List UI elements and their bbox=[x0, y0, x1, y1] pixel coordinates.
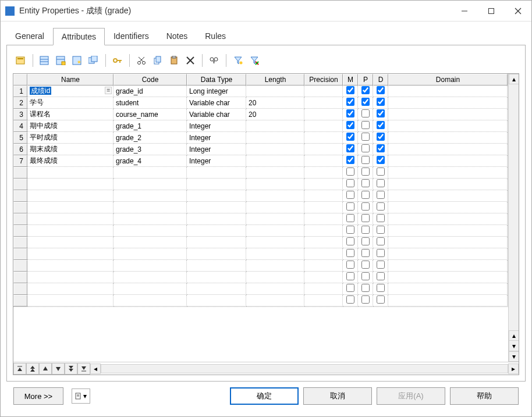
table-row[interactable] bbox=[13, 213, 508, 225]
mandatory-checkbox[interactable] bbox=[346, 144, 354, 152]
primary-checkbox[interactable] bbox=[361, 295, 370, 304]
primary-checkbox[interactable] bbox=[361, 214, 370, 222]
cell-data-type[interactable]: Integer bbox=[187, 144, 246, 155]
cell-name[interactable]: 最终成绩 bbox=[27, 155, 114, 167]
cell-name[interactable] bbox=[27, 190, 114, 202]
cell-data-type[interactable]: Integer bbox=[187, 155, 246, 167]
cell-code[interactable]: grade_id bbox=[114, 85, 187, 97]
displayed-checkbox[interactable] bbox=[377, 133, 385, 141]
table-row[interactable] bbox=[13, 260, 508, 272]
displayed-checkbox[interactable] bbox=[377, 109, 385, 117]
mandatory-checkbox[interactable] bbox=[346, 156, 354, 164]
primary-checkbox[interactable] bbox=[361, 133, 370, 141]
cell-code[interactable]: student bbox=[114, 97, 187, 109]
cell-length[interactable] bbox=[246, 179, 304, 190]
cell-name[interactable] bbox=[27, 283, 114, 295]
cell-name[interactable] bbox=[27, 213, 114, 225]
cell-name[interactable]: 成绩id= bbox=[27, 85, 114, 97]
mandatory-checkbox[interactable] bbox=[346, 179, 354, 187]
primary-checkbox[interactable] bbox=[361, 261, 370, 269]
cell-domain[interactable] bbox=[388, 85, 508, 97]
mandatory-checkbox[interactable] bbox=[346, 121, 354, 129]
mandatory-checkbox[interactable] bbox=[346, 86, 354, 94]
cell-length[interactable] bbox=[246, 85, 304, 97]
cell-name[interactable] bbox=[27, 237, 114, 248]
cell-domain[interactable] bbox=[388, 272, 508, 283]
primary-checkbox[interactable] bbox=[361, 98, 370, 106]
scroll-left-icon[interactable]: ◂ bbox=[90, 363, 101, 374]
cell-data-type[interactable]: Long integer bbox=[187, 85, 246, 97]
displayed-checkbox[interactable] bbox=[377, 98, 385, 106]
help-button[interactable]: 帮助 bbox=[450, 387, 519, 405]
more-button[interactable]: More >> bbox=[13, 387, 63, 405]
primary-checkbox[interactable] bbox=[361, 191, 370, 199]
primary-checkbox[interactable] bbox=[361, 272, 370, 280]
cell-length[interactable] bbox=[246, 248, 304, 260]
col-mandatory[interactable]: M bbox=[343, 74, 358, 85]
cell-code[interactable] bbox=[114, 272, 187, 283]
cell-data-type[interactable]: Variable char bbox=[187, 109, 246, 120]
displayed-checkbox[interactable] bbox=[377, 272, 385, 280]
cell-precision[interactable] bbox=[304, 248, 343, 260]
move-top-icon[interactable] bbox=[13, 363, 26, 375]
displayed-checkbox[interactable] bbox=[377, 179, 385, 187]
mandatory-checkbox[interactable] bbox=[346, 249, 354, 257]
cancel-button[interactable]: 取消 bbox=[303, 387, 372, 405]
cell-code[interactable]: grade_2 bbox=[114, 132, 187, 144]
cell-length[interactable] bbox=[246, 155, 304, 167]
cell-precision[interactable] bbox=[304, 237, 343, 248]
row-number[interactable] bbox=[13, 295, 27, 306]
primary-checkbox[interactable] bbox=[361, 237, 370, 245]
cell-precision[interactable] bbox=[304, 97, 343, 109]
displayed-checkbox[interactable] bbox=[377, 284, 385, 292]
cell-precision[interactable] bbox=[304, 202, 343, 213]
cell-data-type[interactable] bbox=[187, 167, 246, 179]
cell-code[interactable] bbox=[114, 190, 187, 202]
cell-name[interactable]: 课程名 bbox=[27, 109, 114, 120]
col-name[interactable]: Name bbox=[27, 74, 114, 85]
displayed-checkbox[interactable] bbox=[377, 202, 385, 211]
row-number[interactable]: 2 bbox=[13, 97, 27, 109]
filter-clear-icon[interactable] bbox=[247, 54, 261, 67]
mandatory-checkbox[interactable] bbox=[346, 214, 354, 222]
cell-length[interactable] bbox=[246, 225, 304, 237]
mandatory-checkbox[interactable] bbox=[346, 191, 354, 199]
table-copy-icon[interactable] bbox=[87, 54, 101, 67]
table-row[interactable]: 3课程名course_nameVariable char20 bbox=[13, 109, 508, 120]
copy-icon[interactable] bbox=[151, 54, 165, 67]
cell-length[interactable] bbox=[246, 144, 304, 155]
cell-domain[interactable] bbox=[388, 179, 508, 190]
cell-data-type[interactable] bbox=[187, 237, 246, 248]
move-up-page-icon[interactable] bbox=[26, 363, 39, 375]
cell-code[interactable] bbox=[114, 248, 187, 260]
col-code[interactable]: Code bbox=[114, 74, 187, 85]
displayed-checkbox[interactable] bbox=[377, 226, 385, 234]
cell-precision[interactable] bbox=[304, 85, 343, 97]
row-number[interactable] bbox=[13, 283, 27, 295]
mandatory-checkbox[interactable] bbox=[346, 133, 354, 141]
row-number[interactable]: 3 bbox=[13, 109, 27, 120]
displayed-checkbox[interactable] bbox=[377, 295, 385, 304]
primary-checkbox[interactable] bbox=[361, 202, 370, 211]
displayed-checkbox[interactable] bbox=[377, 237, 385, 245]
displayed-checkbox[interactable] bbox=[377, 167, 385, 176]
primary-checkbox[interactable] bbox=[361, 109, 370, 117]
row-number[interactable]: 6 bbox=[13, 144, 27, 155]
row-number[interactable] bbox=[13, 260, 27, 272]
scroll-right-icon[interactable]: ▸ bbox=[508, 363, 519, 374]
primary-checkbox[interactable] bbox=[361, 284, 370, 292]
cell-precision[interactable] bbox=[304, 225, 343, 237]
cell-domain[interactable] bbox=[388, 167, 508, 179]
displayed-checkbox[interactable] bbox=[377, 214, 385, 222]
primary-checkbox[interactable] bbox=[361, 249, 370, 257]
cell-code[interactable] bbox=[114, 260, 187, 272]
col-displayed[interactable]: D bbox=[373, 74, 388, 85]
cell-name[interactable] bbox=[27, 272, 114, 283]
delete-icon[interactable] bbox=[183, 54, 197, 67]
cell-name[interactable]: 平时成绩 bbox=[27, 132, 114, 144]
scroll-special-up-icon[interactable]: ▴ bbox=[509, 330, 519, 341]
cell-length[interactable] bbox=[246, 202, 304, 213]
cell-code[interactable]: course_name bbox=[114, 109, 187, 120]
cell-data-type[interactable] bbox=[187, 295, 246, 306]
primary-checkbox[interactable] bbox=[361, 86, 370, 94]
